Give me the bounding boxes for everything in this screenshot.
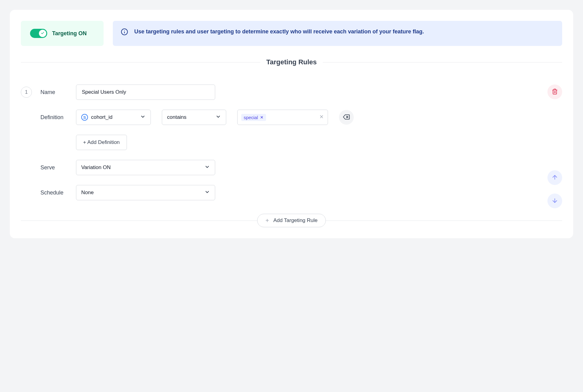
- chevron-down-icon: [204, 189, 210, 196]
- clear-all-tags-button[interactable]: [319, 114, 324, 120]
- remove-tag-button[interactable]: [260, 115, 264, 120]
- reorder-arrows: [547, 170, 562, 208]
- targeting-toggle-panel: Targeting ON: [21, 21, 104, 46]
- attribute-select[interactable]: S cohort_id: [76, 110, 151, 125]
- value-tag-input[interactable]: special: [237, 110, 328, 125]
- rule-name-input[interactable]: [76, 85, 215, 100]
- add-rule-section: + Add Targeting Rule: [21, 214, 562, 227]
- operator-select[interactable]: contains: [162, 110, 226, 125]
- header-row: Targeting ON Use targeting rules and use…: [21, 21, 562, 46]
- tag-chip-label: special: [244, 115, 258, 120]
- targeting-toggle-label: Targeting ON: [52, 30, 87, 37]
- section-header: Targeting Rules: [21, 58, 562, 66]
- add-definition-row: + Add Definition: [21, 135, 562, 150]
- rule-number: 1: [21, 87, 32, 98]
- check-icon: [41, 31, 44, 36]
- delete-rule-button[interactable]: [547, 85, 562, 99]
- toggle-knob: [39, 30, 46, 37]
- attribute-value: cohort_id: [91, 114, 112, 120]
- move-up-button[interactable]: [547, 170, 562, 185]
- delete-button-wrap: [547, 85, 562, 99]
- name-label: Name: [40, 89, 76, 96]
- clear-definition-button[interactable]: [339, 110, 354, 125]
- chevron-down-icon: [204, 164, 210, 171]
- operator-value: contains: [167, 114, 186, 120]
- backspace-icon: [343, 114, 350, 121]
- targeting-card: Targeting ON Use targeting rules and use…: [10, 10, 573, 238]
- add-rule-label: Add Targeting Rule: [273, 217, 318, 224]
- serve-value: Variation ON: [81, 164, 111, 171]
- info-banner: Use targeting rules and user targeting t…: [113, 21, 562, 46]
- value-tag-chip: special: [241, 114, 266, 121]
- chevron-down-icon: [140, 114, 146, 121]
- trash-icon: [552, 89, 558, 96]
- plus-icon: +: [265, 217, 269, 224]
- arrow-down-icon: [551, 197, 558, 205]
- rule-container: 1 Name Definition S cohort_id co: [21, 85, 562, 200]
- schedule-value: None: [81, 190, 94, 196]
- move-down-button[interactable]: [547, 194, 562, 208]
- definition-label: Definition: [40, 114, 76, 121]
- schedule-row: Schedule None: [21, 185, 562, 200]
- serve-row: Serve Variation ON: [21, 160, 562, 175]
- arrow-up-icon: [551, 174, 558, 182]
- add-targeting-rule-button[interactable]: + Add Targeting Rule: [257, 214, 326, 227]
- info-text: Use targeting rules and user targeting t…: [134, 28, 424, 36]
- serve-select[interactable]: Variation ON: [76, 160, 215, 175]
- info-icon: [121, 28, 128, 36]
- definition-row: Definition S cohort_id contains: [21, 110, 562, 125]
- section-title: Targeting Rules: [260, 58, 323, 66]
- schedule-label: Schedule: [40, 190, 76, 196]
- name-row: 1 Name: [21, 85, 562, 100]
- serve-label: Serve: [40, 164, 76, 171]
- schedule-select[interactable]: None: [76, 185, 215, 200]
- targeting-toggle[interactable]: [30, 29, 47, 38]
- attribute-icon: S: [81, 114, 88, 121]
- add-definition-button[interactable]: + Add Definition: [76, 135, 127, 150]
- chevron-down-icon: [215, 114, 221, 121]
